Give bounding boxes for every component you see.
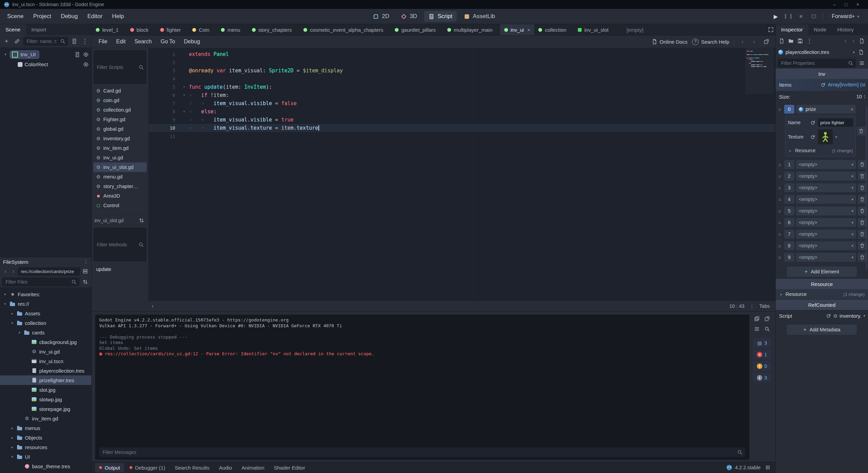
filter-properties-field[interactable] — [780, 60, 846, 66]
element-value-dropdown[interactable]: <empty> — [796, 195, 856, 204]
drag-handle-icon[interactable] — [777, 106, 782, 112]
fs-back-button[interactable] — [2, 268, 9, 275]
filesystem-item[interactable]: ▾ Favorites: — [0, 289, 91, 299]
expand-arrow-icon[interactable]: ▸ — [779, 292, 784, 296]
stop-button[interactable] — [797, 13, 805, 20]
element-value-dropdown[interactable]: <empty> — [796, 206, 856, 215]
menu-item[interactable]: Debug — [56, 11, 82, 22]
scene-tab[interactable]: multiplayer_main — [443, 24, 500, 35]
menu-item[interactable]: Scene — [3, 11, 28, 22]
edited-resource-name[interactable]: playercollection.tres — [785, 49, 850, 55]
drag-handle-icon[interactable] — [777, 185, 782, 191]
chevron-down-icon[interactable] — [863, 314, 865, 318]
editor-menu-item[interactable]: Edit — [112, 37, 130, 47]
scene-extra-menu-icon[interactable]: ⋮ — [80, 37, 89, 46]
scene-tab[interactable]: menu — [217, 24, 248, 35]
script-list-item[interactable]: inv_ui_slot.gd — [93, 162, 147, 172]
property-size[interactable]: Size: 10 ▴▾ — [776, 91, 868, 103]
method-list-item[interactable]: update — [93, 265, 147, 274]
expand-arrow-icon[interactable]: ▸ — [10, 435, 15, 440]
log-filter-badge[interactable]: 0 — [753, 361, 771, 371]
play-button[interactable] — [772, 13, 779, 20]
scene-tab[interactable]: gauntlet_pillars — [391, 24, 443, 35]
filter-scripts-field[interactable] — [96, 64, 136, 70]
filesystem-item[interactable]: base_theme.tres — [0, 461, 91, 471]
scene-tab[interactable]: level_1 — [92, 24, 126, 35]
element-index-button[interactable]: 9 — [784, 253, 794, 262]
dock-tab[interactable]: Node — [808, 24, 832, 35]
resource-name-field[interactable] — [818, 118, 853, 127]
property-texture-row[interactable]: Texture — [788, 128, 853, 146]
maximize-button[interactable]: □ — [844, 2, 847, 7]
script-list-item[interactable]: inv_ui.gd — [93, 153, 147, 162]
element-value-dropdown[interactable]: <empty> — [796, 183, 856, 192]
element-index-button[interactable]: 5 — [784, 206, 794, 215]
menu-item[interactable]: Editor — [83, 11, 107, 22]
script-list-item[interactable]: story_chapter… — [93, 182, 147, 191]
element-value-dropdown[interactable]: <empty> — [796, 218, 856, 227]
drag-handle-icon[interactable] — [777, 243, 782, 249]
close-tab-icon[interactable]: × — [527, 27, 530, 33]
filesystem-item[interactable]: ▾ cards — [0, 328, 91, 337]
scene-node-row[interactable]: ColorRect — [0, 59, 91, 69]
bottom-panel-tab[interactable]: Search Results — [170, 463, 213, 472]
array-summary[interactable]: Array[InvItem] (si — [828, 82, 865, 87]
element-value-dropdown[interactable]: <empty> — [796, 253, 856, 262]
scene-tab[interactable]: cosmetic_event_alpha_chapters — [299, 24, 391, 35]
filesystem-item[interactable]: ▸ menus — [0, 423, 91, 433]
element-value-dropdown[interactable]: <empty> — [796, 241, 856, 250]
filesystem-item[interactable]: ▸ Objects — [0, 433, 91, 442]
visibility-eye-icon[interactable] — [83, 52, 89, 57]
element-value-dropdown[interactable]: <empty> — [796, 172, 856, 181]
log-filter-badge[interactable]: 3 — [753, 338, 771, 348]
scene-tab[interactable]: fighter — [156, 24, 189, 35]
filter-methods-input[interactable] — [93, 228, 147, 261]
property-name-row[interactable]: Name — [788, 117, 853, 128]
drag-handle-icon[interactable] — [777, 220, 782, 226]
fs-current-path[interactable]: res://collection/cards/prize — [18, 267, 80, 276]
chevron-down-icon[interactable] — [853, 50, 855, 55]
texture-preview[interactable] — [818, 129, 833, 144]
drag-handle-icon[interactable] — [777, 231, 782, 237]
array-element-row[interactable]: 5 <empty> — [777, 205, 867, 217]
script-history-back-icon[interactable] — [739, 38, 746, 45]
expand-arrow-icon[interactable] — [3, 52, 8, 57]
script-list-item[interactable]: Control — [93, 201, 147, 210]
script-list-item[interactable]: collection.gd — [93, 105, 147, 115]
distraction-free-icon[interactable] — [766, 25, 775, 34]
workspace-button[interactable]: 2D — [369, 11, 394, 22]
code-line[interactable]: 4 — [149, 75, 775, 83]
float-output-icon[interactable] — [763, 315, 771, 323]
element-index-button[interactable]: 3 — [784, 183, 794, 192]
expand-all-icon[interactable] — [858, 59, 866, 67]
scrollbar-thumb[interactable] — [866, 106, 867, 270]
manage-object-properties-icon[interactable] — [858, 37, 866, 45]
bottom-panel-tab[interactable]: Animation — [238, 463, 269, 472]
visibility-eye-icon[interactable] — [83, 62, 89, 67]
expand-bottom-panel-icon[interactable] — [764, 463, 772, 472]
drag-handle-icon[interactable] — [777, 208, 782, 214]
element-index-button[interactable]: 8 — [784, 241, 794, 250]
fs-sort-icon[interactable] — [81, 278, 89, 286]
filesystem-item[interactable]: ▸ Assets — [0, 309, 91, 318]
category-resource[interactable]: Resource — [776, 279, 868, 289]
script-history-forward-icon[interactable] — [751, 38, 758, 45]
new-resource-icon[interactable] — [778, 37, 786, 45]
code-line[interactable]: 5▾func update(item: InvItem): — [149, 83, 775, 91]
expand-arrow-icon[interactable]: ▾ — [10, 321, 15, 325]
workspace-button[interactable]: AssetLib — [460, 11, 499, 22]
array-element-row[interactable]: 2 <empty> — [777, 170, 867, 182]
editor-menu-item[interactable]: Go To — [156, 37, 179, 47]
add-metadata-button[interactable]: Add Metadata — [787, 325, 857, 335]
minimize-button[interactable]: – — [833, 2, 836, 7]
code-line[interactable]: 11 — [149, 132, 775, 140]
revert-icon[interactable] — [810, 120, 815, 125]
script-list-item[interactable]: Area3D — [93, 191, 147, 201]
editor-menu-item[interactable]: File — [94, 37, 111, 47]
editor-menu-item[interactable]: Debug — [180, 37, 204, 47]
script-list-item[interactable]: coin.gd — [93, 96, 147, 105]
filesystem-item[interactable]: ▸ resources — [0, 442, 91, 452]
dock-tab[interactable]: History — [832, 24, 859, 35]
filesystem-item[interactable]: ▾ collection — [0, 318, 91, 328]
revert-icon[interactable] — [826, 313, 831, 318]
